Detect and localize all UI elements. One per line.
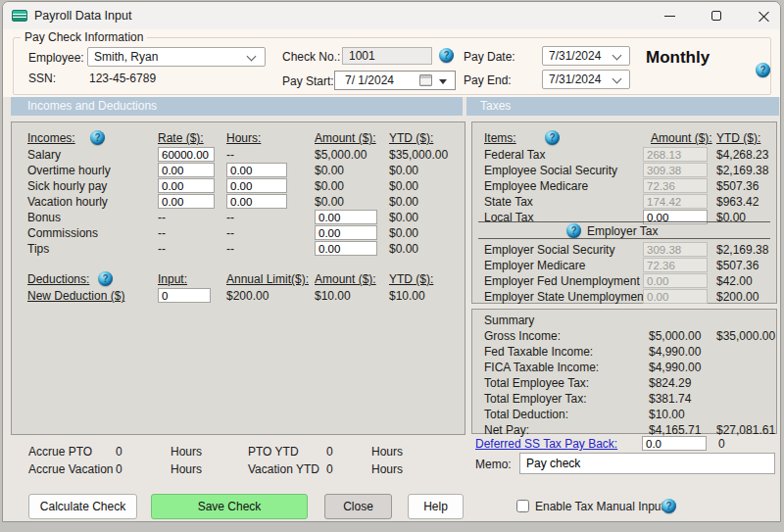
vacation-ytd: $0.00: [389, 194, 418, 210]
maximize-icon: [711, 11, 721, 21]
accrue-pto-value: 0: [116, 444, 122, 459]
tips-amount-input[interactable]: [315, 241, 377, 256]
bonus-rate: --: [158, 210, 166, 225]
help-icon-employer-tax[interactable]: ?: [566, 223, 581, 238]
sick-ytd: $0.00: [389, 178, 418, 194]
title-bar: Payroll Data Input: [3, 2, 780, 29]
fed-taxable-value: $4,990.00: [649, 344, 701, 360]
row-label: Employee Medicare: [484, 178, 588, 194]
pto-ytd-label: PTO YTD: [248, 444, 299, 459]
salary-rate-input[interactable]: [158, 147, 215, 162]
chevron-down-icon: [612, 74, 622, 84]
employer-state-unemp-ytd: $200.00: [716, 289, 759, 305]
incomes-title: Incomes:: [27, 130, 75, 146]
bonus-amount-input[interactable]: [315, 210, 377, 224]
pay-start-datepicker[interactable]: 7/ 1/2024: [334, 71, 456, 90]
employer-state-unemp-input: [643, 289, 708, 304]
row-label: Commissions: [27, 225, 98, 241]
employee-label: Employee:: [28, 51, 84, 65]
check-no-input[interactable]: 1001: [342, 47, 432, 65]
app-icon: [12, 10, 27, 22]
save-check-button[interactable]: Save Check: [151, 494, 308, 519]
overtime-hours-input[interactable]: [226, 163, 287, 177]
salary-amount: $5,000.00: [315, 147, 367, 163]
emp-ss-ytd: $2,169.38: [716, 163, 768, 178]
col-input: Input:: [158, 271, 187, 287]
maximize-button[interactable]: [696, 2, 739, 29]
col-hours: Hours:: [226, 130, 261, 146]
check-no-value: 1001: [349, 49, 375, 63]
check-no-label: Check No.:: [282, 50, 340, 64]
pay-end-value: 7/31/2024: [549, 73, 601, 86]
enable-tax-manual-checkbox[interactable]: [516, 500, 529, 512]
row-label: Total Employee Tax:: [484, 375, 589, 391]
employer-ss-ytd: $2,169.38: [716, 242, 768, 258]
close-button[interactable]: [743, 2, 781, 29]
commissions-amount-input[interactable]: [315, 225, 377, 240]
salary-hours: --: [226, 147, 234, 163]
col-tax-ytd: YTD ($):: [716, 130, 760, 146]
pto-ytd-unit: Hours: [371, 444, 403, 459]
pay-date-dropdown[interactable]: 7/31/2024: [542, 46, 630, 66]
employer-fed-unemp-input: [643, 273, 708, 288]
emp-medicare-input: [643, 178, 708, 193]
close-dialog-button[interactable]: Close: [324, 494, 392, 519]
row-label: Employer Social Security: [484, 242, 614, 258]
row-label: Salary: [27, 147, 61, 163]
pay-end-dropdown[interactable]: 7/31/2024: [542, 70, 630, 89]
help-icon-deductions[interactable]: ?: [98, 271, 113, 286]
pay-start-value: 7/ 1/2024: [345, 73, 394, 87]
taxes-header: Taxes: [466, 97, 779, 116]
federal-tax-ytd: $4,268.23: [716, 147, 768, 163]
employee-dropdown[interactable]: Smith, Ryan: [87, 47, 266, 67]
vacation-ytd-value: 0: [326, 461, 333, 477]
taxes-items-title: Items:: [484, 130, 516, 146]
sick-hours-input[interactable]: [226, 178, 287, 193]
emp-medicare-ytd: $507.36: [716, 178, 759, 194]
col-ded-amount: Amount ($):: [315, 271, 376, 287]
vacation-rate-input[interactable]: [158, 194, 215, 209]
ssn-value: 123-45-6789: [89, 72, 156, 85]
vacation-hours-input[interactable]: [226, 194, 287, 209]
help-icon-check-no[interactable]: ?: [439, 48, 454, 63]
total-employer-tax-value: $381.74: [649, 391, 691, 407]
help-icon-taxes[interactable]: ?: [545, 130, 560, 145]
col-annual-limit: Annual Limit($):: [226, 271, 309, 287]
gross-income-value: $5,000.00: [649, 328, 701, 344]
calculate-check-button[interactable]: Calculate Check: [28, 494, 137, 519]
row-label: FICA Taxable Income:: [484, 360, 599, 375]
row-label: Tips: [27, 241, 49, 257]
help-icon-frequency[interactable]: ?: [756, 63, 770, 77]
help-icon-incomes[interactable]: ?: [90, 130, 105, 145]
new-deduction-link[interactable]: New Deduction ($): [27, 288, 124, 304]
employer-medicare-ytd: $507.36: [716, 258, 759, 273]
row-label: Federal Tax: [484, 147, 545, 163]
vacation-amount: $0.00: [315, 194, 344, 210]
deductions-title: Deductions:: [27, 271, 89, 287]
overtime-amount: $0.00: [315, 163, 344, 178]
help-icon-tax-manual[interactable]: ?: [662, 499, 676, 513]
accrue-vacation-label: Accrue Vacation: [28, 461, 114, 477]
row-label: Total Deduction:: [484, 407, 568, 422]
total-deduction-value: $10.00: [649, 407, 685, 422]
pay-date-label: Pay Date:: [464, 50, 515, 64]
new-deduction-input[interactable]: [158, 288, 211, 303]
state-tax-ytd: $963.42: [716, 194, 759, 210]
memo-input[interactable]: [519, 453, 775, 474]
vacation-ytd-label: Vacation YTD: [248, 461, 319, 477]
federal-tax-input: [643, 147, 708, 162]
overtime-rate-input[interactable]: [158, 163, 215, 177]
employee-value: Smith, Ryan: [94, 50, 158, 64]
commissions-hours: --: [226, 225, 234, 241]
commissions-ytd: $0.00: [389, 225, 418, 241]
fica-taxable-value: $4,990.00: [649, 360, 701, 375]
minimize-button[interactable]: [649, 2, 692, 29]
incomes-panel: Incomes: ? Rate ($): Hours: Amount ($): …: [11, 121, 466, 435]
row-label: Vacation hourly: [27, 194, 108, 210]
chevron-down-icon: [612, 51, 622, 61]
help-button[interactable]: Help: [408, 494, 464, 519]
row-label: Bonus: [27, 210, 61, 225]
close-icon: [759, 11, 769, 22]
row-label: Local Tax: [484, 210, 533, 225]
sick-rate-input[interactable]: [158, 178, 215, 193]
